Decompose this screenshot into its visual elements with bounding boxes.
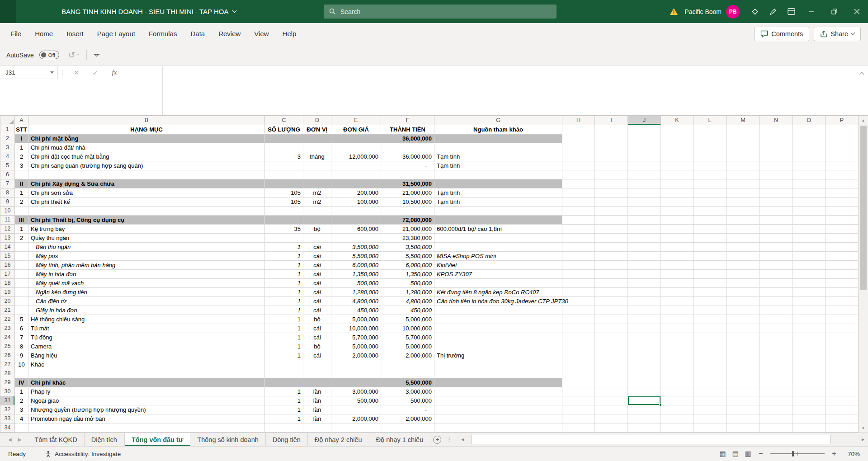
column-header-F[interactable]: F: [381, 116, 434, 125]
cell-K30[interactable]: [661, 387, 693, 396]
cell-E11[interactable]: [331, 216, 381, 225]
cell-E5[interactable]: [331, 161, 381, 170]
cell-M18[interactable]: [726, 279, 760, 288]
cell-A27[interactable]: 10: [15, 360, 28, 369]
cell-E32[interactable]: [331, 405, 381, 414]
row-header-24[interactable]: 24: [0, 333, 15, 342]
cell-D7[interactable]: [303, 179, 331, 188]
cell-D23[interactable]: cái: [303, 324, 331, 333]
collapse-formula-bar-button[interactable]: [860, 70, 863, 78]
cell-C20[interactable]: 1: [265, 297, 303, 306]
menu-insert[interactable]: Insert: [60, 27, 90, 41]
cell-H26[interactable]: [562, 351, 595, 360]
cell-F9[interactable]: 10,500,000: [381, 198, 434, 207]
row-header-3[interactable]: 3: [0, 143, 15, 152]
cell-I33[interactable]: [595, 414, 628, 423]
cell-B26[interactable]: Bảng hiệu: [28, 351, 265, 360]
cell-A33[interactable]: 4: [15, 414, 28, 423]
cell-H10[interactable]: [562, 207, 595, 216]
column-header-P[interactable]: P: [826, 116, 859, 125]
cell-C11[interactable]: [265, 216, 303, 225]
cell-N27[interactable]: [760, 360, 793, 369]
cell-H17[interactable]: [562, 270, 595, 279]
row-header-9[interactable]: 9: [0, 198, 15, 207]
cell-N22[interactable]: [760, 315, 793, 324]
cell-B18[interactable]: Máy quét mã vạch: [28, 279, 265, 288]
cell-G1[interactable]: Nguồn tham khảo: [434, 125, 562, 134]
cell-O3[interactable]: [793, 143, 826, 152]
cell-I13[interactable]: [595, 234, 628, 243]
cell-A3[interactable]: 1: [15, 143, 28, 152]
cell-C31[interactable]: 1: [265, 396, 303, 405]
cell-L21[interactable]: [693, 306, 726, 315]
cell-P12[interactable]: [826, 225, 859, 234]
cell-M7[interactable]: [726, 179, 760, 188]
cell-I11[interactable]: [595, 216, 628, 225]
cell-H19[interactable]: [562, 288, 595, 297]
horizontal-scroll-thumb[interactable]: [472, 435, 830, 444]
cell-N3[interactable]: [760, 143, 793, 152]
horizontal-scroll-track[interactable]: [467, 433, 858, 446]
insert-function-icon[interactable]: fx: [105, 69, 124, 76]
cell-O2[interactable]: [793, 134, 826, 143]
cell-G4[interactable]: Tạm tính: [434, 152, 562, 161]
inking-pen-icon[interactable]: [764, 0, 782, 23]
cell-C22[interactable]: 1: [265, 315, 303, 324]
cell-G27[interactable]: [434, 360, 562, 369]
cell-A16[interactable]: [15, 261, 28, 270]
cell-J29[interactable]: [628, 378, 661, 387]
diamond-icon[interactable]: [746, 0, 764, 23]
cell-D11[interactable]: [303, 216, 331, 225]
cell-I3[interactable]: [595, 143, 628, 152]
cell-K13[interactable]: [661, 234, 693, 243]
formula-input[interactable]: [163, 66, 868, 115]
cell-M15[interactable]: [726, 252, 760, 261]
cell-N25[interactable]: [760, 342, 793, 351]
row-header-30[interactable]: 30: [0, 387, 15, 396]
cell-F25[interactable]: 5,000,000: [381, 342, 434, 351]
cell-B1[interactable]: HẠNG MỤC: [28, 125, 265, 134]
cell-N10[interactable]: [760, 207, 793, 216]
row-header-25[interactable]: 25: [0, 342, 15, 351]
cell-I24[interactable]: [595, 333, 628, 342]
cell-G20[interactable]: Cân tính tiền in hóa đơn 30kg Jadever CT…: [434, 297, 562, 306]
cell-I23[interactable]: [595, 324, 628, 333]
cell-O20[interactable]: [793, 297, 826, 306]
cell-P19[interactable]: [826, 288, 859, 297]
cell-C26[interactable]: 1: [265, 351, 303, 360]
cell-L29[interactable]: [693, 378, 726, 387]
cell-J4[interactable]: [628, 152, 661, 161]
cell-O21[interactable]: [793, 306, 826, 315]
row-header-5[interactable]: 5: [0, 161, 15, 170]
cell-K34[interactable]: [661, 423, 693, 433]
cell-A8[interactable]: 1: [15, 188, 28, 198]
cell-H25[interactable]: [562, 342, 595, 351]
tabs-scroll-left-icon[interactable]: ◀: [8, 437, 12, 442]
cell-P33[interactable]: [826, 414, 859, 423]
cell-L30[interactable]: [693, 387, 726, 396]
cell-D8[interactable]: m2: [303, 188, 331, 198]
fill-handle[interactable]: [659, 404, 662, 406]
cell-B7[interactable]: Chi phí Xây dựng & Sửa chữa: [28, 179, 265, 188]
cell-A32[interactable]: 3: [15, 405, 28, 414]
cell-O23[interactable]: [793, 324, 826, 333]
cell-E20[interactable]: 4,800,000: [331, 297, 381, 306]
cell-G18[interactable]: [434, 279, 562, 288]
cell-L6[interactable]: [693, 170, 726, 179]
cell-N4[interactable]: [760, 152, 793, 161]
cell-O27[interactable]: [793, 360, 826, 369]
cell-D31[interactable]: lần: [303, 396, 331, 405]
cell-I16[interactable]: [595, 261, 628, 270]
cell-M29[interactable]: [726, 378, 760, 387]
cell-D2[interactable]: [303, 134, 331, 143]
cell-A15[interactable]: [15, 252, 28, 261]
cell-L33[interactable]: [693, 414, 726, 423]
confirm-entry-icon[interactable]: ✓: [86, 69, 105, 77]
cell-C10[interactable]: [265, 207, 303, 216]
cell-G12[interactable]: 600.000đ/1 bộ/ cao 1,8m: [434, 225, 562, 234]
row-header-17[interactable]: 17: [0, 270, 15, 279]
column-header-B[interactable]: B: [28, 116, 265, 125]
cell-H22[interactable]: [562, 315, 595, 324]
cell-D34[interactable]: [303, 423, 331, 433]
cell-N28[interactable]: [760, 369, 793, 378]
